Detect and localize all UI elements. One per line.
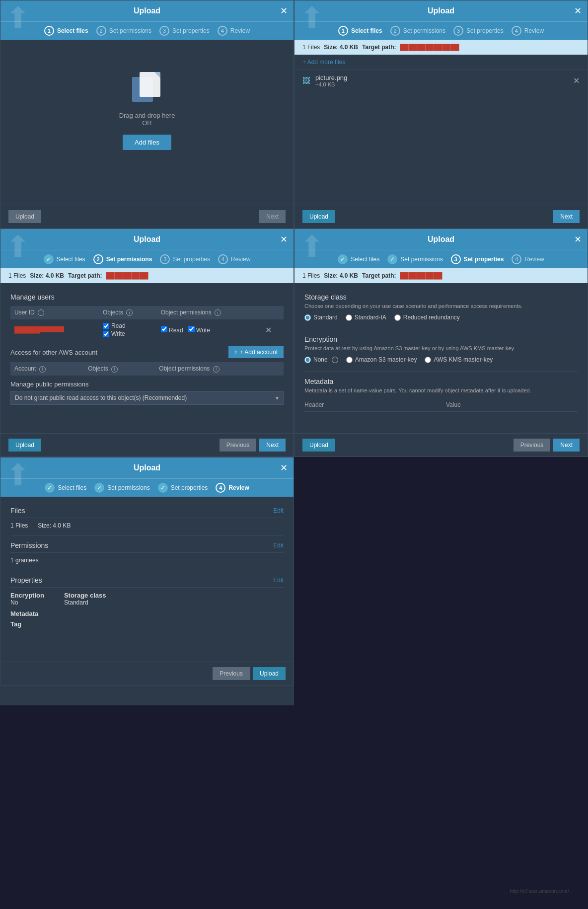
upload-button-2[interactable]: Upload	[302, 210, 335, 223]
file-remove-button[interactable]: ✕	[573, 76, 580, 85]
account-info-icon: i	[39, 366, 46, 373]
storage-standard-radio[interactable]	[304, 314, 311, 321]
metadata-header-col: Header	[304, 401, 436, 408]
metadata-section: Metadata Metadata is a set of name-value…	[304, 378, 578, 412]
dialog-5-close[interactable]: ✕	[280, 463, 288, 472]
upload-button-3[interactable]: Upload	[8, 439, 41, 452]
user-perms-cell: Read Write	[157, 319, 262, 341]
prev-button-5[interactable]: Previous	[213, 667, 250, 680]
encryption-title: Encryption	[304, 335, 578, 343]
step-1-label: Select files	[57, 27, 88, 34]
read-perm-checkbox[interactable]	[161, 326, 167, 332]
d3-step-1: ✓ Select files	[44, 254, 85, 264]
col-account: Account i	[10, 362, 84, 375]
prev-button-3[interactable]: Previous	[220, 439, 257, 452]
dialog-4-title: Upload	[428, 235, 454, 244]
dialog-1-header: ⬆ Upload ✕	[0, 0, 294, 21]
storage-standard-ia-radio[interactable]	[346, 314, 352, 321]
write-perm-label[interactable]: Write	[188, 326, 210, 334]
add-files-button[interactable]: Add files	[123, 135, 171, 150]
target-label-4: Target path:	[362, 272, 396, 279]
read-perm-label[interactable]: Read	[161, 326, 183, 334]
write-objects-checkbox[interactable]	[103, 331, 109, 337]
dialog-4-steps: ✓ Select files ✓ Set permissions 3 Set p…	[294, 250, 588, 268]
d5-step-4: 4 Review	[216, 483, 249, 493]
user-id-info-icon: i	[38, 309, 44, 316]
storage-reduced-label[interactable]: Reduced redundancy	[394, 314, 460, 321]
d2-step-4-label: Review	[524, 27, 544, 34]
enc-none-label[interactable]: None i	[304, 356, 338, 363]
prev-button-4[interactable]: Previous	[514, 439, 551, 452]
write-objects-label[interactable]: Write	[103, 330, 153, 337]
file-type-icon: 🖼	[302, 76, 310, 85]
encryption-desc: Protect data at rest by using Amazon S3 …	[304, 345, 578, 351]
user-remove-button[interactable]: ✕	[265, 325, 272, 335]
next-button-2[interactable]: Next	[553, 210, 580, 223]
storage-reduced-radio[interactable]	[394, 314, 401, 321]
dialog-2-close[interactable]: ✕	[574, 6, 582, 15]
dialog-4-close[interactable]: ✕	[574, 235, 582, 244]
enc-kms-label[interactable]: AWS KMS master-key	[425, 356, 493, 363]
properties-edit-link[interactable]: Edit	[273, 577, 284, 584]
target-path-4: ██████████	[400, 272, 442, 279]
public-perms-select[interactable]: Do not grant public read access to this …	[10, 391, 284, 405]
properties-review-section: Properties Edit Encryption No Storage cl…	[10, 576, 284, 628]
enc-kms-radio[interactable]	[425, 357, 431, 363]
permissions-review-section: Permissions Edit 1 grantees	[10, 541, 284, 564]
step-2-label: Set permissions	[109, 27, 151, 34]
step-1-circle: 1	[44, 26, 54, 36]
read-objects-checkbox[interactable]	[103, 323, 109, 329]
next-button-1[interactable]: Next	[259, 210, 286, 223]
permissions-edit-link[interactable]: Edit	[273, 542, 284, 549]
permissions-grantees-value: 1 grantees	[10, 557, 39, 564]
next-button-4[interactable]: Next	[553, 439, 580, 452]
file-size-2: Size: 4.0 KB	[324, 44, 358, 51]
dialog-3-title: Upload	[134, 235, 160, 244]
review-divider-2	[10, 570, 284, 570]
public-perms-label: Manage public permissions	[10, 380, 284, 388]
write-perm-checkbox[interactable]	[188, 326, 195, 332]
add-account-button[interactable]: + + Add account	[228, 346, 284, 358]
users-table: User ID i Objects i Object permissions i	[10, 306, 284, 340]
d2-step-3-circle: 3	[453, 26, 463, 36]
tag-row: Tag	[10, 620, 284, 628]
metadata-review-label: Metadata	[10, 610, 284, 617]
storage-standard-ia-label[interactable]: Standard-IA	[346, 314, 386, 321]
dialog-1-steps: 1 Select files 2 Set permissions 3 Set p…	[0, 21, 294, 40]
d2-step-4: 4 Review	[512, 26, 544, 36]
enc-s3-radio[interactable]	[346, 357, 353, 363]
file-size-4: Size: 4.0 KB	[324, 272, 358, 279]
tag-review-label: Tag	[10, 620, 284, 628]
d5-step-3-circle: ✓	[158, 483, 168, 493]
dialog-4-footer: Upload Previous Next	[294, 433, 588, 456]
enc-kms-text: AWS KMS master-key	[434, 356, 493, 363]
d5-step-3: ✓ Set properties	[158, 483, 208, 493]
file-info-bar-3: 1 Files Size: 4.0 KB Target path: ██████…	[0, 268, 294, 283]
enc-none-radio[interactable]	[304, 357, 311, 363]
col-objects: Objects i	[99, 306, 157, 319]
user-id-cell: ██████	[10, 319, 99, 341]
d2-step-2: 2 Set permissions	[390, 26, 445, 36]
storage-desc: Choose one depending on your use case sc…	[304, 303, 578, 309]
files-edit-link[interactable]: Edit	[273, 507, 284, 514]
upload-button-4[interactable]: Upload	[302, 439, 335, 452]
enc-s3-label[interactable]: Amazon S3 master-key	[346, 356, 417, 363]
add-icon: +	[234, 349, 238, 356]
dialog-3-close[interactable]: ✕	[280, 235, 288, 244]
next-button-3[interactable]: Next	[259, 439, 286, 452]
add-more-link[interactable]: + Add more files	[294, 55, 588, 70]
storage-section: Storage class Choose one depending on yo…	[304, 293, 578, 321]
drop-zone[interactable]: Drag and drop here OR Add files	[10, 50, 284, 170]
upload-button-1[interactable]: Upload	[8, 210, 41, 223]
read-objects-label[interactable]: Read	[103, 322, 153, 329]
d4-step-2-label: Set permissions	[400, 256, 442, 263]
dialog-2-body: + Add more files 🖼 picture.png ~4.0 KB ✕	[294, 55, 588, 205]
d2-step-4-circle: 4	[512, 26, 521, 36]
storage-standard-label[interactable]: Standard	[304, 314, 338, 321]
d3-step-3-label: Set properties	[173, 256, 210, 263]
col-permissions: Object permissions i	[157, 306, 262, 319]
step-3-label: Set properties	[172, 27, 210, 34]
upload-button-5[interactable]: Upload	[253, 667, 286, 680]
empty-panel: http://s3.aws.amazon.com/...	[294, 457, 588, 705]
dialog-1-close[interactable]: ✕	[280, 6, 288, 15]
